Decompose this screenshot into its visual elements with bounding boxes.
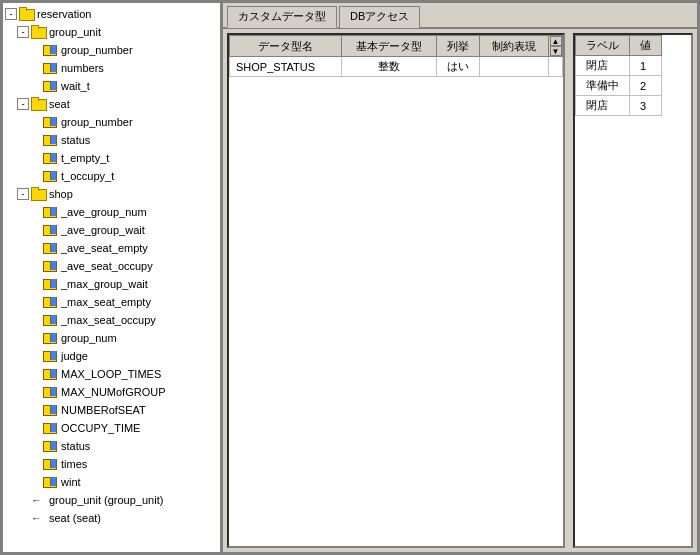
tree-toggle-seat[interactable]: - <box>17 98 29 110</box>
tree-label-max-seat-occupy: _max_seat_occupy <box>61 312 156 328</box>
spacer <box>29 152 41 164</box>
tree-item-max-seat-occupy[interactable]: _max_seat_occupy <box>3 311 220 329</box>
tree-item-seat[interactable]: - seat <box>3 95 220 113</box>
spacer <box>29 404 41 416</box>
field-icon-max-group-wait <box>43 278 59 290</box>
spacer <box>29 242 41 254</box>
tree-item-t-occupy-t[interactable]: t_occupy_t <box>3 167 220 185</box>
sub-cell-label-3: 閉店 <box>576 96 630 116</box>
tree-item-wait-t[interactable]: wait_t <box>3 77 220 95</box>
tree-item-rel-group-unit[interactable]: ← group_unit (group_unit) <box>3 491 220 509</box>
sub-table-row[interactable]: 閉店 1 <box>576 56 662 76</box>
tree-label-reservation: reservation <box>37 6 91 22</box>
col-header-enum: 列挙 <box>437 36 479 57</box>
scroll-down-btn[interactable]: ▼ <box>550 46 562 56</box>
sub-data-grid[interactable]: ラベル 値 閉店 1 準備中 2 <box>573 33 693 548</box>
tree-label-ave-seat-occupy: _ave_seat_occupy <box>61 258 153 274</box>
spacer <box>29 422 41 434</box>
sub-table-row[interactable]: 準備中 2 <box>576 76 662 96</box>
cell-type-name: SHOP_STATUS <box>230 57 342 77</box>
folder-icon-seat <box>31 98 47 110</box>
spacer <box>29 476 41 488</box>
tree-item-t-empty-t[interactable]: t_empty_t <box>3 149 220 167</box>
tree-item-wint[interactable]: wint <box>3 473 220 491</box>
tree-label-ave-seat-empty: _ave_seat_empty <box>61 240 148 256</box>
tree-label-rel-seat: seat (seat) <box>49 510 101 526</box>
field-icon-occupy-time <box>43 422 59 434</box>
spacer <box>29 224 41 236</box>
tree-item-max-seat-empty[interactable]: _max_seat_empty <box>3 293 220 311</box>
scroll-up-btn[interactable]: ▲ <box>550 36 562 46</box>
tree-label-max-numofgroup: MAX_NUMofGROUP <box>61 384 166 400</box>
tree-item-shop[interactable]: - shop <box>3 185 220 203</box>
field-icon-judge <box>43 350 59 362</box>
tree-item-ave-seat-occupy[interactable]: _ave_seat_occupy <box>3 257 220 275</box>
tree-item-rel-seat[interactable]: ← seat (seat) <box>3 509 220 527</box>
field-icon-t-empty-t <box>43 152 59 164</box>
tree-item-status-2[interactable]: status <box>3 437 220 455</box>
tree-item-max-loop-times[interactable]: MAX_LOOP_TIMES <box>3 365 220 383</box>
right-panel: カスタムデータ型 DBアクセス データ型名 基本データ型 列挙 制約表現 <box>222 2 698 553</box>
tree-label-wait-t: wait_t <box>61 78 90 94</box>
tree-item-group-unit[interactable]: - group_unit <box>3 23 220 41</box>
field-icon-ave-group-wait <box>43 224 59 236</box>
tree-label-ave-group-wait: _ave_group_wait <box>61 222 145 238</box>
tree-item-max-numofgroup[interactable]: MAX_NUMofGROUP <box>3 383 220 401</box>
tree-label-numbers: numbers <box>61 60 104 76</box>
tree-item-occupy-time[interactable]: OCCUPY_TIME <box>3 419 220 437</box>
tree-toggle-reservation[interactable]: - <box>5 8 17 20</box>
cell-base-type: 整数 <box>341 57 437 77</box>
tree-item-group-num[interactable]: group_num <box>3 329 220 347</box>
tree-label-occupy-time: OCCUPY_TIME <box>61 420 140 436</box>
table-row[interactable]: SHOP_STATUS 整数 はい <box>230 57 563 77</box>
sub-table-row[interactable]: 閉店 3 <box>576 96 662 116</box>
field-icon-max-numofgroup <box>43 386 59 398</box>
tree-toggle-shop[interactable]: - <box>17 188 29 200</box>
field-icon-numbers <box>43 62 59 74</box>
tree-toggle-group-unit[interactable]: - <box>17 26 29 38</box>
tree-item-reservation[interactable]: - reservation <box>3 5 220 23</box>
folder-icon-group-unit <box>31 26 47 38</box>
col-header-scroll[interactable]: ▲ ▼ <box>549 36 563 57</box>
tree-item-group-number-2[interactable]: group_number <box>3 113 220 131</box>
folder-icon-reservation <box>19 8 35 20</box>
field-icon-max-loop-times <box>43 368 59 380</box>
spacer <box>29 386 41 398</box>
field-icon-ave-group-num <box>43 206 59 218</box>
tree-item-ave-group-wait[interactable]: _ave_group_wait <box>3 221 220 239</box>
sub-col-header-value: 値 <box>630 36 662 56</box>
tree-item-max-group-wait[interactable]: _max_group_wait <box>3 275 220 293</box>
spacer <box>29 458 41 470</box>
spacer <box>29 134 41 146</box>
tree-label-seat: seat <box>49 96 70 112</box>
sub-cell-label-1: 閉店 <box>576 56 630 76</box>
field-icon-wint <box>43 476 59 488</box>
tree-label-status-1: status <box>61 132 90 148</box>
tree-item-numbers[interactable]: numbers <box>3 59 220 77</box>
tree-item-ave-group-num[interactable]: _ave_group_num <box>3 203 220 221</box>
tree-label-rel-group-unit: group_unit (group_unit) <box>49 492 163 508</box>
spacer <box>29 440 41 452</box>
tree-label-group-unit: group_unit <box>49 24 101 40</box>
spacer <box>29 206 41 218</box>
tab-db-access[interactable]: DBアクセス <box>339 6 420 28</box>
field-icon-group-number-1 <box>43 44 59 56</box>
tree-item-status-1[interactable]: status <box>3 131 220 149</box>
spacer <box>29 260 41 272</box>
main-window: - reservation - group_unit group_number … <box>0 0 700 555</box>
tree-item-group-number-1[interactable]: group_number <box>3 41 220 59</box>
tree-item-times[interactable]: times <box>3 455 220 473</box>
tree-item-ave-seat-empty[interactable]: _ave_seat_empty <box>3 239 220 257</box>
content-area: - reservation - group_unit group_number … <box>2 2 698 553</box>
spacer <box>29 332 41 344</box>
tree-item-numberofseat[interactable]: NUMBERofSEAT <box>3 401 220 419</box>
field-icon-ave-seat-empty <box>43 242 59 254</box>
spacer <box>17 494 29 506</box>
tab-custom-type[interactable]: カスタムデータ型 <box>227 6 337 28</box>
col-header-constraint: 制約表現 <box>479 36 548 57</box>
tree-label-ave-group-num: _ave_group_num <box>61 204 147 220</box>
sub-cell-label-2: 準備中 <box>576 76 630 96</box>
main-data-grid[interactable]: データ型名 基本データ型 列挙 制約表現 ▲ ▼ <box>227 33 565 548</box>
spacer <box>29 296 41 308</box>
tree-item-judge[interactable]: judge <box>3 347 220 365</box>
